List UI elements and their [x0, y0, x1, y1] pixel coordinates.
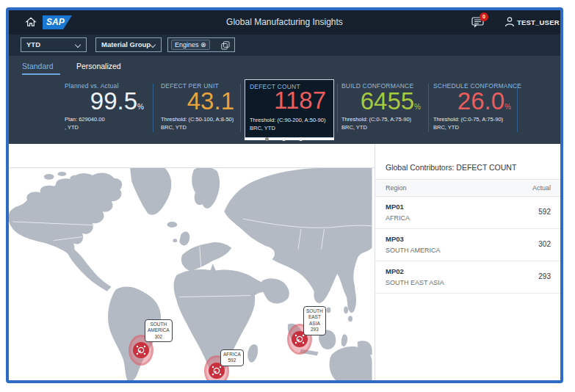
kpi-unit: %: [505, 103, 511, 111]
table-header: Region Actual: [375, 179, 561, 197]
world-map-svg: [9, 168, 375, 380]
kpi-value: 99.5: [90, 87, 137, 115]
app-window: SAP Global Manufacturing Insights 0 TEST…: [6, 7, 563, 383]
tile-divider: [428, 84, 429, 132]
notification-badge: 0: [480, 12, 488, 21]
tile-divider: [517, 84, 518, 132]
kpi-tile-planned-vs-actual[interactable]: Planned vs. Actual 99.5% Plan: 629040.00…: [65, 82, 147, 135]
user-name[interactable]: TEST_USER: [517, 18, 560, 26]
defect-marker-icon[interactable]: [133, 342, 149, 358]
kpi-unit: %: [137, 103, 144, 111]
kpi-tile-defect-count-selected[interactable]: DEFECT COUNT 1187 Threshold: (C:90-200, …: [245, 79, 334, 138]
kpi-tile-build-conformance[interactable]: BUILD CONFORMANCE 6455% Threshold: (C:0-…: [341, 82, 424, 135]
map-label-africa[interactable]: AFRICA 592: [220, 349, 244, 366]
carousel-dot[interactable]: [265, 137, 269, 141]
tab-personalized[interactable]: Personalized: [76, 62, 121, 70]
user-icon[interactable]: [504, 16, 516, 28]
shell-header: SAP Global Manufacturing Insights 0 TEST…: [9, 10, 560, 35]
active-tab-underline: [22, 73, 60, 75]
kpi-subline1: Threshold: (C:90-200, A:50-90): [250, 117, 325, 123]
table-row[interactable]: MP03 SOUTH AMERICA 302: [375, 229, 561, 261]
period-value: YTD: [26, 38, 40, 51]
kpi-value: 26.0: [458, 87, 505, 115]
value-help-icon[interactable]: [221, 41, 230, 50]
tile-divider: [240, 84, 241, 132]
kpi-value: 1187: [274, 87, 326, 114]
filter-token[interactable]: Engines ⊗: [171, 40, 210, 50]
kpi-value: 6455: [361, 87, 414, 115]
kpi-unit: %: [414, 103, 421, 111]
tile-divider: [153, 84, 153, 132]
kpi-subline1: Threshold: (C:0-75, A:75-90): [433, 116, 503, 123]
kpi-value: 43.1: [187, 87, 234, 115]
period-dropdown[interactable]: YTD: [21, 37, 87, 52]
kpi-tile-schedule-conformance[interactable]: SCHEDULE CONFORMANCE 26.0% Threshold: (C…: [433, 82, 514, 135]
token-remove-icon[interactable]: ⊗: [200, 41, 206, 48]
kpi-subline2: BRC, YTD: [250, 125, 275, 131]
kpi-subline1: Threshold: (C:50-100, A:8-50): [161, 116, 234, 123]
tab-standard[interactable]: Standard: [22, 62, 54, 70]
kpi-subline2: , YTD: [65, 124, 79, 131]
token-label: Engines: [175, 41, 199, 48]
carousel-dots: [265, 137, 309, 142]
kpi-tile-defect-per-unit[interactable]: DEFECT PER UNIT 43.1 Threshold: (C:50-10…: [161, 82, 237, 135]
map-label-south-east-asia[interactable]: SOUTH EAST ASIA 293: [303, 306, 326, 335]
filter-bar: YTD Material Group Engines ⊗: [9, 35, 560, 56]
kpi-subline1: Threshold: (C:0-75, A:75-90): [341, 116, 411, 123]
map-label-south-america[interactable]: SOUTH AMERICA 302: [145, 319, 173, 342]
kpi-subline2: BRC, YTD: [161, 124, 187, 131]
column-actual: Actual: [532, 184, 551, 192]
carousel-dot[interactable]: [299, 137, 303, 141]
map-label-value: 293: [306, 327, 323, 333]
kpi-subline2: BRC, YTD: [433, 124, 459, 131]
table-row[interactable]: MP01 AFRICA 592: [375, 197, 561, 229]
kpi-subline1: Plan: 629040.00: [65, 116, 105, 123]
column-region: Region: [386, 184, 407, 192]
map-label-value: 302: [148, 334, 170, 340]
kpi-subline2: BRC, YTD: [341, 124, 367, 131]
map-label-value: 592: [223, 357, 241, 363]
kpi-band: Standard Personalized Planned vs. Actual…: [9, 56, 560, 144]
chevron-down-icon: [75, 42, 81, 48]
tile-divider: [337, 84, 338, 132]
table-row[interactable]: MP02 SOUTH EAST ASIA 293: [375, 261, 561, 294]
material-group-value: Material Group: [101, 38, 151, 51]
material-group-dropdown[interactable]: Material Group: [95, 37, 162, 52]
contributors-panel: Global Contributors: DEFECT COUNT Region…: [375, 144, 560, 380]
world-map[interactable]: SOUTH AMERICA 302 AFRICA 592 SOUTH EAST …: [9, 168, 375, 380]
carousel-dot[interactable]: [282, 137, 286, 141]
token-input-field[interactable]: Engines ⊗: [167, 37, 235, 52]
map-toolbar: Global / ALL: [9, 144, 375, 167]
panel-title: Global Contributors: DEFECT COUNT: [386, 163, 516, 172]
